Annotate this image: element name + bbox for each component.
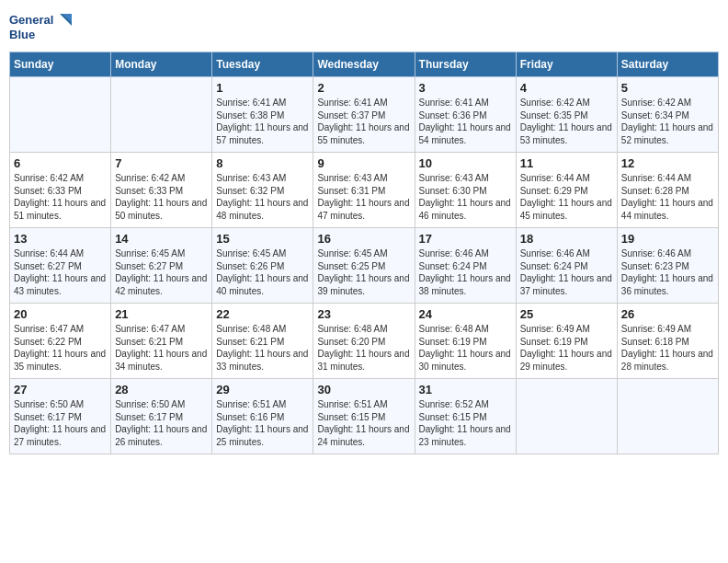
day-number: 29 <box>216 383 309 396</box>
day-number: 9 <box>317 156 410 170</box>
day-number: 30 <box>317 383 410 396</box>
day-cell: 29Sunrise: 6:51 AM Sunset: 6:16 PM Dayli… <box>212 379 313 454</box>
day-cell <box>617 379 718 454</box>
day-number: 24 <box>419 307 512 321</box>
day-cell: 4Sunrise: 6:42 AM Sunset: 6:35 PM Daylig… <box>516 77 617 153</box>
day-cell: 8Sunrise: 6:43 AM Sunset: 6:32 PM Daylig… <box>212 153 313 228</box>
day-number: 6 <box>14 156 107 170</box>
day-info: Sunrise: 6:41 AM Sunset: 6:36 PM Dayligh… <box>419 97 512 146</box>
day-info: Sunrise: 6:45 AM Sunset: 6:27 PM Dayligh… <box>115 247 208 297</box>
day-cell: 14Sunrise: 6:45 AM Sunset: 6:27 PM Dayli… <box>111 228 212 304</box>
logo-svg: General Blue <box>9 9 74 46</box>
day-cell: 30Sunrise: 6:51 AM Sunset: 6:15 PM Dayli… <box>313 379 415 454</box>
week-row-1: 1Sunrise: 6:41 AM Sunset: 6:38 PM Daylig… <box>10 77 719 153</box>
day-info: Sunrise: 6:42 AM Sunset: 6:35 PM Dayligh… <box>520 97 613 146</box>
day-number: 21 <box>115 307 208 321</box>
day-info: Sunrise: 6:42 AM Sunset: 6:33 PM Dayligh… <box>115 172 208 222</box>
page-header: General Blue <box>9 9 719 46</box>
day-number: 13 <box>14 232 107 246</box>
day-cell: 13Sunrise: 6:44 AM Sunset: 6:27 PM Dayli… <box>10 228 111 304</box>
week-row-2: 6Sunrise: 6:42 AM Sunset: 6:33 PM Daylig… <box>10 153 719 228</box>
day-number: 27 <box>14 383 107 396</box>
header-cell-tuesday: Tuesday <box>212 52 313 77</box>
day-info: Sunrise: 6:41 AM Sunset: 6:38 PM Dayligh… <box>216 97 309 146</box>
day-number: 17 <box>419 232 512 246</box>
header-cell-sunday: Sunday <box>10 52 111 77</box>
day-cell <box>111 77 212 153</box>
calendar-body: 1Sunrise: 6:41 AM Sunset: 6:38 PM Daylig… <box>10 77 719 454</box>
day-info: Sunrise: 6:43 AM Sunset: 6:32 PM Dayligh… <box>216 172 309 222</box>
day-info: Sunrise: 6:44 AM Sunset: 6:27 PM Dayligh… <box>14 247 107 297</box>
day-number: 1 <box>216 81 309 95</box>
day-number: 8 <box>216 156 309 170</box>
day-number: 12 <box>621 156 714 170</box>
day-number: 23 <box>317 307 410 321</box>
day-info: Sunrise: 6:47 AM Sunset: 6:21 PM Dayligh… <box>115 323 208 373</box>
day-info: Sunrise: 6:50 AM Sunset: 6:17 PM Dayligh… <box>115 398 208 448</box>
day-cell: 21Sunrise: 6:47 AM Sunset: 6:21 PM Dayli… <box>111 304 212 379</box>
day-info: Sunrise: 6:49 AM Sunset: 6:18 PM Dayligh… <box>621 323 714 373</box>
day-info: Sunrise: 6:47 AM Sunset: 6:22 PM Dayligh… <box>14 323 107 373</box>
day-info: Sunrise: 6:48 AM Sunset: 6:20 PM Dayligh… <box>317 323 410 373</box>
day-info: Sunrise: 6:49 AM Sunset: 6:19 PM Dayligh… <box>520 323 613 373</box>
day-info: Sunrise: 6:52 AM Sunset: 6:15 PM Dayligh… <box>419 398 512 448</box>
day-cell: 16Sunrise: 6:45 AM Sunset: 6:25 PM Dayli… <box>313 228 415 304</box>
svg-text:Blue: Blue <box>9 28 35 41</box>
day-info: Sunrise: 6:43 AM Sunset: 6:30 PM Dayligh… <box>419 172 512 222</box>
day-cell: 19Sunrise: 6:46 AM Sunset: 6:23 PM Dayli… <box>617 228 718 304</box>
day-info: Sunrise: 6:41 AM Sunset: 6:37 PM Dayligh… <box>317 97 410 146</box>
day-cell: 6Sunrise: 6:42 AM Sunset: 6:33 PM Daylig… <box>10 153 111 228</box>
day-cell: 2Sunrise: 6:41 AM Sunset: 6:37 PM Daylig… <box>313 77 415 153</box>
day-info: Sunrise: 6:46 AM Sunset: 6:23 PM Dayligh… <box>621 247 714 297</box>
day-cell: 28Sunrise: 6:50 AM Sunset: 6:17 PM Dayli… <box>111 379 212 454</box>
day-number: 2 <box>317 81 410 95</box>
day-info: Sunrise: 6:44 AM Sunset: 6:28 PM Dayligh… <box>621 172 714 222</box>
day-info: Sunrise: 6:46 AM Sunset: 6:24 PM Dayligh… <box>520 247 613 297</box>
day-number: 16 <box>317 232 410 246</box>
day-number: 28 <box>115 383 208 396</box>
day-cell: 23Sunrise: 6:48 AM Sunset: 6:20 PM Dayli… <box>313 304 415 379</box>
day-number: 14 <box>115 232 208 246</box>
logo: General Blue <box>9 9 74 46</box>
header-cell-wednesday: Wednesday <box>313 52 415 77</box>
day-info: Sunrise: 6:45 AM Sunset: 6:26 PM Dayligh… <box>216 247 309 297</box>
day-number: 7 <box>115 156 208 170</box>
day-number: 4 <box>520 81 613 95</box>
header-cell-saturday: Saturday <box>617 52 718 77</box>
day-info: Sunrise: 6:46 AM Sunset: 6:24 PM Dayligh… <box>419 247 512 297</box>
day-number: 22 <box>216 307 309 321</box>
day-cell: 20Sunrise: 6:47 AM Sunset: 6:22 PM Dayli… <box>10 304 111 379</box>
header-cell-monday: Monday <box>111 52 212 77</box>
day-cell: 25Sunrise: 6:49 AM Sunset: 6:19 PM Dayli… <box>516 304 617 379</box>
day-info: Sunrise: 6:42 AM Sunset: 6:33 PM Dayligh… <box>14 172 107 222</box>
header-row: SundayMondayTuesdayWednesdayThursdayFrid… <box>10 52 719 77</box>
week-row-3: 13Sunrise: 6:44 AM Sunset: 6:27 PM Dayli… <box>10 228 719 304</box>
day-cell: 27Sunrise: 6:50 AM Sunset: 6:17 PM Dayli… <box>10 379 111 454</box>
day-cell: 15Sunrise: 6:45 AM Sunset: 6:26 PM Dayli… <box>212 228 313 304</box>
day-number: 31 <box>419 383 512 396</box>
day-cell: 18Sunrise: 6:46 AM Sunset: 6:24 PM Dayli… <box>516 228 617 304</box>
day-cell: 17Sunrise: 6:46 AM Sunset: 6:24 PM Dayli… <box>415 228 516 304</box>
day-info: Sunrise: 6:44 AM Sunset: 6:29 PM Dayligh… <box>520 172 613 222</box>
day-number: 3 <box>419 81 512 95</box>
day-cell: 22Sunrise: 6:48 AM Sunset: 6:21 PM Dayli… <box>212 304 313 379</box>
day-info: Sunrise: 6:50 AM Sunset: 6:17 PM Dayligh… <box>14 398 107 448</box>
day-cell: 5Sunrise: 6:42 AM Sunset: 6:34 PM Daylig… <box>617 77 718 153</box>
day-cell: 11Sunrise: 6:44 AM Sunset: 6:29 PM Dayli… <box>516 153 617 228</box>
week-row-5: 27Sunrise: 6:50 AM Sunset: 6:17 PM Dayli… <box>10 379 719 454</box>
calendar-table: SundayMondayTuesdayWednesdayThursdayFrid… <box>9 52 719 454</box>
day-number: 10 <box>419 156 512 170</box>
day-info: Sunrise: 6:51 AM Sunset: 6:16 PM Dayligh… <box>216 398 309 448</box>
day-info: Sunrise: 6:48 AM Sunset: 6:19 PM Dayligh… <box>419 323 512 373</box>
day-info: Sunrise: 6:48 AM Sunset: 6:21 PM Dayligh… <box>216 323 309 373</box>
day-info: Sunrise: 6:45 AM Sunset: 6:25 PM Dayligh… <box>317 247 410 297</box>
day-number: 20 <box>14 307 107 321</box>
day-info: Sunrise: 6:51 AM Sunset: 6:15 PM Dayligh… <box>317 398 410 448</box>
day-cell: 7Sunrise: 6:42 AM Sunset: 6:33 PM Daylig… <box>111 153 212 228</box>
day-number: 25 <box>520 307 613 321</box>
header-cell-thursday: Thursday <box>415 52 516 77</box>
day-number: 5 <box>621 81 714 95</box>
day-cell: 24Sunrise: 6:48 AM Sunset: 6:19 PM Dayli… <box>415 304 516 379</box>
day-cell <box>516 379 617 454</box>
header-cell-friday: Friday <box>516 52 617 77</box>
